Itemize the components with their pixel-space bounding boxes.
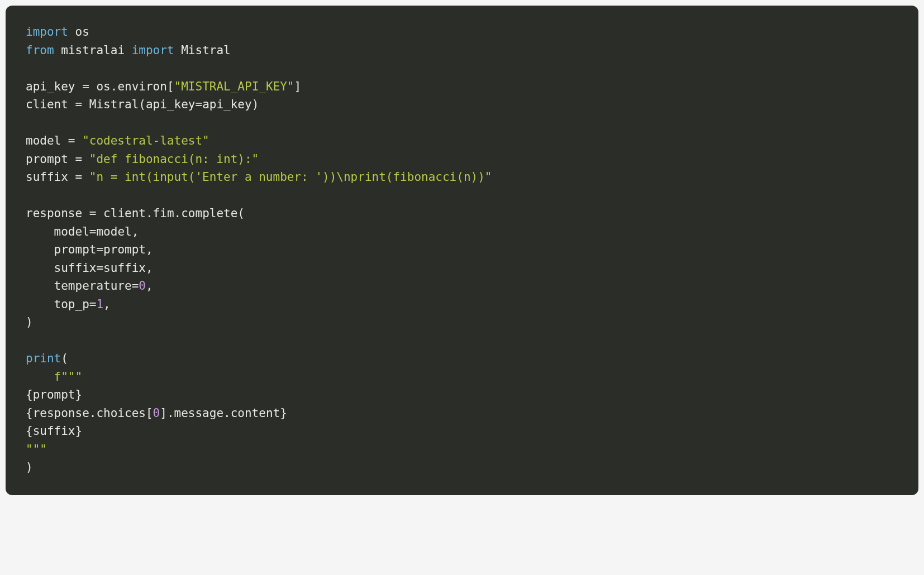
token-interp: {response.choices[ <box>26 406 153 420</box>
token-kw: import <box>26 25 68 39</box>
token-interp: {prompt} <box>26 388 82 401</box>
token-op: = <box>96 243 103 256</box>
token-str: "codestral-latest" <box>82 134 209 147</box>
token-id: model <box>54 225 89 238</box>
token-op: = <box>89 298 97 311</box>
token-op: , <box>146 279 153 293</box>
token-op: = <box>75 80 97 93</box>
token-op: = <box>132 279 139 293</box>
token-id: Mistral <box>89 98 139 111</box>
token-op: ) <box>252 98 259 111</box>
token-id: api_key <box>26 80 75 93</box>
token-id: top_p <box>54 298 89 311</box>
token-op: . <box>146 207 153 220</box>
token-str: "MISTRAL_API_KEY" <box>174 80 294 93</box>
token-op <box>26 298 54 311</box>
token-id: api_key <box>202 98 252 111</box>
token-id: suffix <box>26 170 68 184</box>
token-op: = <box>96 261 103 275</box>
code-block: import os from mistralai import Mistral … <box>6 6 918 495</box>
token-op: = <box>82 207 103 220</box>
token-op <box>54 44 61 57</box>
token-id: prompt <box>103 243 146 256</box>
token-id: client <box>103 207 146 220</box>
token-id: api_key <box>146 98 196 111</box>
token-op <box>26 261 54 275</box>
token-fstr: f""" <box>54 370 83 384</box>
token-op: [ <box>167 80 174 93</box>
token-str: "def fibonacci(n: int):" <box>89 152 259 166</box>
token-kw: from <box>26 44 54 57</box>
token-op: = <box>89 225 97 238</box>
token-op: , <box>132 225 139 238</box>
token-op: = <box>195 98 202 111</box>
token-op: ) <box>26 315 33 329</box>
token-id: fim <box>153 207 174 220</box>
token-interp: {suffix} <box>26 424 82 438</box>
token-id: complete <box>181 207 237 220</box>
token-op: . <box>111 80 118 93</box>
token-id: suffix <box>54 261 97 275</box>
token-mod: mistralai <box>61 44 125 57</box>
token-op: , <box>103 298 111 311</box>
token-op: ( <box>61 352 68 365</box>
token-op <box>26 279 54 293</box>
token-op: ] <box>294 80 302 93</box>
token-mod: os <box>75 25 89 39</box>
token-cls: Mistral <box>181 44 231 57</box>
token-id: model <box>26 134 61 147</box>
token-num: 0 <box>139 279 146 293</box>
token-interp: ].message.content} <box>160 406 287 420</box>
token-op <box>26 225 54 238</box>
token-id: prompt <box>26 152 68 166</box>
token-op: ( <box>139 98 146 111</box>
token-id: prompt <box>54 243 97 256</box>
token-op: , <box>146 243 153 256</box>
token-id: response <box>26 207 82 220</box>
token-op <box>26 370 54 384</box>
token-op: = <box>68 152 89 166</box>
token-op <box>125 44 132 57</box>
token-op <box>26 243 54 256</box>
token-kw: import <box>132 44 174 57</box>
code-content: import os from mistralai import Mistral … <box>26 25 492 474</box>
token-op: = <box>61 134 82 147</box>
token-op: . <box>174 207 182 220</box>
token-id: model <box>96 225 131 238</box>
token-op: , <box>146 261 153 275</box>
token-id: os <box>96 80 110 93</box>
token-num: 1 <box>96 298 103 311</box>
token-op: ) <box>26 461 33 474</box>
token-str: "n = int(input('Enter a number: '))\npri… <box>89 170 492 184</box>
token-id: suffix <box>103 261 146 275</box>
token-op <box>68 25 75 39</box>
token-num: 0 <box>153 406 160 420</box>
token-id: client <box>26 98 68 111</box>
token-op <box>174 44 182 57</box>
token-op: = <box>68 98 89 111</box>
token-id: environ <box>117 80 167 93</box>
token-id: temperature <box>54 279 132 293</box>
token-fstr: """ <box>26 443 47 456</box>
token-op: ( <box>237 207 245 220</box>
token-op: = <box>68 170 89 184</box>
token-fn: print <box>26 352 61 365</box>
